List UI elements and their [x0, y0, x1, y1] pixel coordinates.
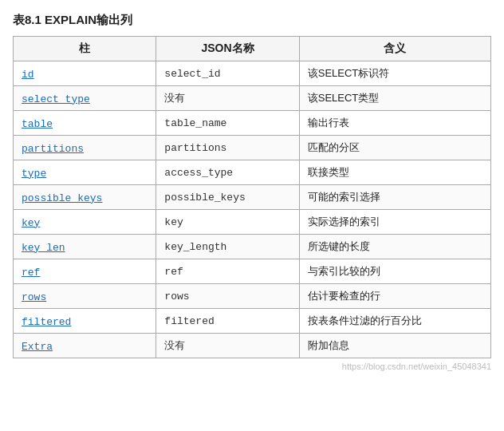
col-cell[interactable]: Extra — [14, 334, 156, 358]
col-link[interactable]: rows — [22, 291, 46, 303]
json-cell: 没有 — [156, 86, 299, 111]
meaning-cell: 该SELECT类型 — [299, 86, 490, 111]
col-cell[interactable]: possible_keys — [14, 185, 156, 210]
table-row: key_lenkey_length所选键的长度 — [14, 235, 491, 259]
col-link[interactable]: id — [22, 69, 34, 81]
col-cell[interactable]: ref — [14, 259, 156, 284]
meaning-cell: 附加信息 — [299, 334, 490, 358]
table-row: tabletable_name输出行表 — [14, 111, 491, 136]
json-cell: 没有 — [156, 334, 299, 358]
explain-table: 柱 JSON名称 含义 idselect_id该SELECT标识符select_… — [13, 36, 491, 358]
table-body: idselect_id该SELECT标识符select_type没有该SELEC… — [14, 61, 491, 358]
meaning-cell: 实际选择的索引 — [299, 210, 490, 235]
table-row: keykey实际选择的索引 — [14, 210, 491, 235]
header-json: JSON名称 — [156, 37, 299, 61]
json-cell: partitions — [156, 136, 299, 160]
meaning-cell: 该SELECT标识符 — [299, 61, 490, 86]
page-title: 表8.1 EXPLAIN输出列 — [13, 13, 491, 28]
meaning-cell: 按表条件过滤的行百分比 — [299, 309, 490, 334]
json-cell: table_name — [156, 111, 299, 136]
meaning-cell: 输出行表 — [299, 111, 490, 136]
col-link[interactable]: ref — [22, 267, 40, 279]
json-cell: key — [156, 210, 299, 235]
col-cell[interactable]: key — [14, 210, 156, 235]
col-link[interactable]: possible_keys — [22, 192, 102, 204]
meaning-cell: 估计要检查的行 — [299, 284, 490, 309]
json-cell: rows — [156, 284, 299, 309]
json-cell: select_id — [156, 61, 299, 86]
meaning-cell: 联接类型 — [299, 160, 490, 185]
col-cell[interactable]: key_len — [14, 235, 156, 259]
col-link[interactable]: filtered — [22, 316, 71, 328]
json-cell: possible_keys — [156, 185, 299, 210]
table-row: rowsrows估计要检查的行 — [14, 284, 491, 309]
json-cell: key_length — [156, 235, 299, 259]
col-cell[interactable]: partitions — [14, 136, 156, 160]
table-row: select_type没有该SELECT类型 — [14, 86, 491, 111]
col-link[interactable]: type — [22, 168, 46, 180]
json-cell: filtered — [156, 309, 299, 334]
col-cell[interactable]: type — [14, 160, 156, 185]
json-cell: ref — [156, 259, 299, 284]
col-cell[interactable]: select_type — [14, 86, 156, 111]
col-cell[interactable]: table — [14, 111, 156, 136]
col-cell[interactable]: id — [14, 61, 156, 86]
meaning-cell: 与索引比较的列 — [299, 259, 490, 284]
header-meaning: 含义 — [299, 37, 490, 61]
meaning-cell: 所选键的长度 — [299, 235, 490, 259]
table-row: filteredfiltered按表条件过滤的行百分比 — [14, 309, 491, 334]
col-cell[interactable]: rows — [14, 284, 156, 309]
table-row: Extra没有附加信息 — [14, 334, 491, 358]
table-row: typeaccess_type联接类型 — [14, 160, 491, 185]
table-row: partitionspartitions匹配的分区 — [14, 136, 491, 160]
table-header: 柱 JSON名称 含义 — [14, 37, 491, 61]
json-cell: access_type — [156, 160, 299, 185]
col-link[interactable]: key_len — [22, 242, 65, 254]
meaning-cell: 匹配的分区 — [299, 136, 490, 160]
table-row: possible_keyspossible_keys可能的索引选择 — [14, 185, 491, 210]
col-link[interactable]: partitions — [22, 143, 84, 155]
col-link[interactable]: Extra — [22, 341, 53, 353]
table-row: refref与索引比较的列 — [14, 259, 491, 284]
col-link[interactable]: key — [22, 217, 40, 229]
header-col: 柱 — [14, 37, 156, 61]
col-link[interactable]: select_type — [22, 93, 90, 105]
watermark: https://blog.csdn.net/weixin_45048341 — [13, 362, 491, 371]
col-cell[interactable]: filtered — [14, 309, 156, 334]
meaning-cell: 可能的索引选择 — [299, 185, 490, 210]
col-link[interactable]: table — [22, 118, 53, 130]
table-row: idselect_id该SELECT标识符 — [14, 61, 491, 86]
